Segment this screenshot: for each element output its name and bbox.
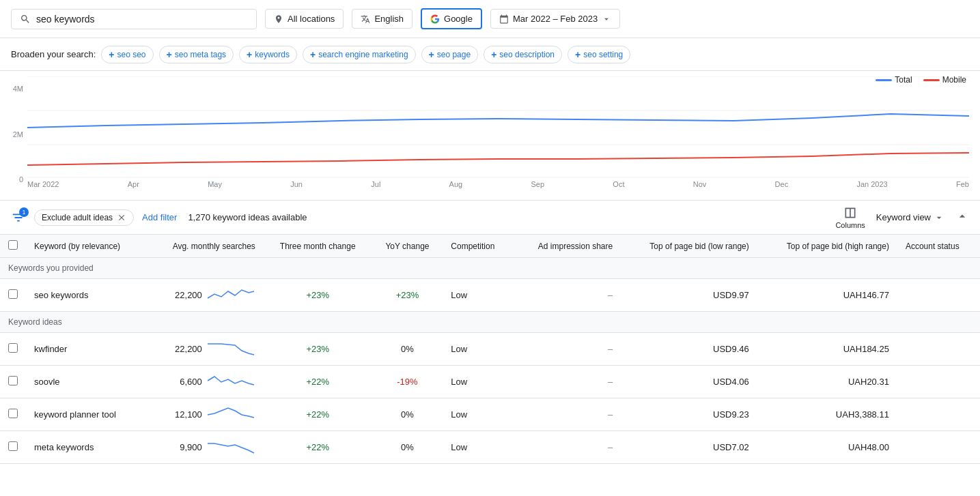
row-top-bid-high: UAH184.25 bbox=[757, 333, 897, 366]
keyword-view-button[interactable]: Keyword view bbox=[876, 212, 944, 223]
row-checkbox[interactable] bbox=[8, 409, 18, 418]
broaden-tag-seo-description[interactable]: + seo description bbox=[484, 46, 562, 63]
avg-monthly-value: 22,200 bbox=[175, 290, 202, 300]
x-label-jul: Jul bbox=[371, 180, 380, 188]
th-ad-impression[interactable]: Ad impression share bbox=[514, 235, 621, 258]
th-account-status[interactable]: Account status bbox=[897, 235, 980, 258]
columns-label: Columns bbox=[835, 221, 865, 229]
th-account-status-label: Account status bbox=[906, 242, 960, 251]
th-select-all[interactable] bbox=[0, 235, 26, 258]
sparkline bbox=[206, 437, 255, 458]
broaden-tag-label: search engine marketing bbox=[318, 50, 408, 59]
exclude-adult-label: Exclude adult ideas bbox=[42, 213, 113, 222]
row-checkbox[interactable] bbox=[8, 289, 18, 299]
row-checkbox-cell[interactable] bbox=[0, 333, 26, 366]
plus-icon: + bbox=[429, 49, 434, 60]
location-icon bbox=[274, 14, 283, 24]
row-yoy: 0% bbox=[372, 398, 443, 431]
section-header-provided: Keywords you provided bbox=[0, 258, 980, 279]
sparkline bbox=[206, 285, 255, 306]
filter-icon-button[interactable]: 1 bbox=[11, 210, 26, 225]
plus-icon: + bbox=[247, 49, 252, 60]
row-ad-impression: – bbox=[514, 279, 621, 312]
row-competition: Low bbox=[443, 366, 514, 398]
toolbar-right: Columns Keyword view bbox=[835, 206, 969, 229]
chart-area: Total Mobile 4M 2M 0 Mar 2022 Apr May Ju… bbox=[0, 71, 980, 201]
collapse-button[interactable] bbox=[955, 209, 969, 225]
th-competition[interactable]: Competition bbox=[443, 235, 514, 258]
row-top-bid-low: USD9.97 bbox=[621, 279, 757, 312]
x-label-mar: Mar 2022 bbox=[27, 180, 59, 188]
broaden-tag-sem[interactable]: + search engine marketing bbox=[303, 46, 416, 63]
row-account-status bbox=[897, 398, 980, 431]
select-all-checkbox[interactable] bbox=[8, 240, 18, 250]
row-competition: Low bbox=[443, 333, 514, 366]
section-header-ideas: Keyword ideas bbox=[0, 312, 980, 333]
search-icon bbox=[20, 14, 31, 25]
x-label-oct: Oct bbox=[613, 180, 624, 188]
engine-label: Google bbox=[444, 14, 473, 24]
row-checkbox-cell[interactable] bbox=[0, 366, 26, 398]
search-input[interactable] bbox=[36, 14, 248, 25]
x-label-feb: Feb bbox=[956, 180, 969, 188]
chart-svg bbox=[27, 76, 969, 179]
add-filter-button[interactable]: Add filter bbox=[142, 212, 177, 222]
broaden-tag-meta-tags[interactable]: + seo meta tags bbox=[159, 46, 234, 63]
row-three-month: +22% bbox=[264, 366, 372, 398]
row-ad-impression: – bbox=[514, 366, 621, 398]
th-competition-label: Competition bbox=[451, 242, 494, 251]
avg-monthly-value: 12,100 bbox=[175, 409, 202, 420]
plus-icon: + bbox=[109, 49, 114, 60]
row-checkbox[interactable] bbox=[8, 441, 18, 451]
search-box[interactable] bbox=[11, 9, 257, 29]
broaden-tag-seo-seo[interactable]: + seo seo bbox=[101, 46, 153, 63]
row-account-status bbox=[897, 431, 980, 464]
th-top-bid-high[interactable]: Top of page bid (high range) bbox=[757, 235, 897, 258]
row-yoy: 0% bbox=[372, 333, 443, 366]
broaden-label: Broaden your search: bbox=[11, 49, 96, 59]
legend-mobile: Mobile bbox=[923, 75, 966, 85]
toolbar-row: 1 Exclude adult ideas Add filter 1,270 k… bbox=[0, 201, 980, 235]
keyword-count: 1,270 keyword ideas available bbox=[188, 212, 307, 222]
table-row: soovle 6,600 +22% -19% Low – bbox=[0, 366, 980, 398]
calendar-icon bbox=[499, 14, 509, 24]
language-filter[interactable]: English bbox=[352, 9, 412, 29]
broaden-tag-keywords[interactable]: + keywords bbox=[239, 46, 297, 63]
plus-icon: + bbox=[491, 49, 496, 60]
row-top-bid-high: UAH20.31 bbox=[757, 366, 897, 398]
engine-filter[interactable]: Google bbox=[421, 8, 482, 29]
columns-button[interactable]: Columns bbox=[835, 206, 865, 229]
broaden-tag-label: seo description bbox=[499, 50, 555, 59]
row-checkbox[interactable] bbox=[8, 343, 18, 353]
broaden-tag-seo-page[interactable]: + seo page bbox=[421, 46, 479, 63]
row-keyword: soovle bbox=[26, 366, 147, 398]
keyword-view-label: Keyword view bbox=[876, 212, 931, 222]
date-filter[interactable]: Mar 2022 – Feb 2023 bbox=[490, 9, 620, 29]
exclude-adult-pill[interactable]: Exclude adult ideas bbox=[34, 209, 134, 226]
broaden-tag-seo-setting[interactable]: + seo setting bbox=[568, 46, 630, 63]
x-label-may: May bbox=[208, 180, 222, 188]
th-top-bid-low[interactable]: Top of page bid (low range) bbox=[621, 235, 757, 258]
th-keyword[interactable]: Keyword (by relevance) bbox=[26, 235, 147, 258]
row-checkbox-cell[interactable] bbox=[0, 431, 26, 464]
row-three-month: +22% bbox=[264, 398, 372, 431]
th-three-month[interactable]: Three month change bbox=[264, 235, 372, 258]
legend-total-line bbox=[876, 79, 892, 81]
row-top-bid-low: USD4.06 bbox=[621, 366, 757, 398]
chevron-down-icon bbox=[602, 14, 611, 24]
row-three-month: +22% bbox=[264, 431, 372, 464]
row-avg-monthly: 9,900 bbox=[147, 431, 264, 464]
th-avg-monthly[interactable]: Avg. monthly searches bbox=[147, 235, 264, 258]
language-label: English bbox=[374, 14, 404, 24]
row-avg-monthly: 22,200 bbox=[147, 333, 264, 366]
table-row: kwfinder 22,200 +23% 0% Low – bbox=[0, 333, 980, 366]
close-icon[interactable] bbox=[117, 213, 126, 222]
row-ad-impression: – bbox=[514, 333, 621, 366]
location-filter[interactable]: All locations bbox=[265, 9, 344, 29]
row-checkbox-cell[interactable] bbox=[0, 398, 26, 431]
row-checkbox[interactable] bbox=[8, 376, 18, 385]
sparkline bbox=[206, 404, 255, 425]
row-checkbox-cell[interactable] bbox=[0, 279, 26, 312]
th-yoy[interactable]: YoY change bbox=[372, 235, 443, 258]
row-account-status bbox=[897, 366, 980, 398]
